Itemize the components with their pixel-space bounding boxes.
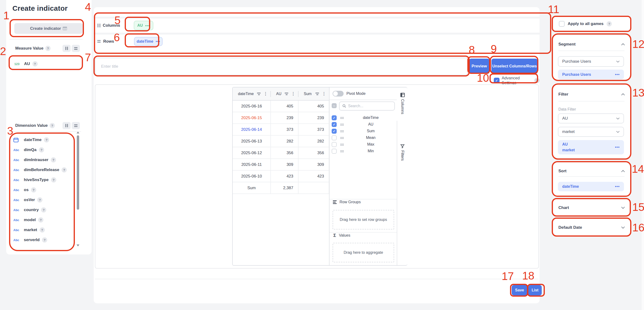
filter-select-market[interactable]: market [558,127,624,137]
tab-filters[interactable]: Filters [397,144,408,161]
segment-select[interactable]: Purchase Users [558,56,624,67]
more-options-icon[interactable]: ••• [615,145,620,149]
dimension-item-model[interactable]: Abc model ? [13,215,44,225]
help-icon[interactable]: ? [50,123,55,128]
indicator-title-input[interactable] [95,58,468,75]
more-options-icon[interactable]: ••• [615,72,620,77]
help-icon[interactable]: ? [44,137,49,142]
grid-header-sum[interactable]: Sum ⋮ [298,87,329,100]
advanced-settings-checkbox[interactable]: ✓ [494,78,500,83]
dimension-item-hiveSnsType[interactable]: Abc hiveSnsType ? [13,175,56,185]
field-label: AU [348,122,394,127]
dimension-column-view-button[interactable] [62,122,70,129]
more-options-icon[interactable]: ••• [145,24,150,27]
help-icon[interactable]: ? [51,157,56,163]
help-icon[interactable]: ? [45,46,50,51]
help-icon[interactable]: ? [606,21,612,26]
field-checkbox[interactable] [332,142,337,147]
save-button[interactable]: Save [512,285,528,296]
dimension-item-dimQa[interactable]: Abc dimQa ? [13,145,44,155]
dimension-item-osVer[interactable]: Abc osVer ? [13,195,42,205]
tab-columns[interactable]: Columns [397,93,408,114]
help-icon[interactable]: ? [37,197,42,203]
column-menu-icon[interactable]: ⋮ [322,91,326,96]
scrollbar-thumb[interactable] [77,135,79,210]
grid-header-datetime[interactable]: dateTime ⋮ [233,87,271,100]
dimension-item-dimBeforeRelease[interactable]: Abc dimBeforeRelease ? [13,165,67,175]
measure-item-au[interactable]: 123 AU ? [14,59,38,69]
scroll-up-icon[interactable] [76,132,80,133]
field-checkbox[interactable] [332,149,337,154]
column-menu-icon[interactable]: ⋮ [264,91,268,96]
unselect-columns-rows-button[interactable]: Unselect Columns/Rows [492,59,538,74]
drag-handle-icon[interactable] [340,130,344,132]
dimension-item-market[interactable]: Abc market ? [13,225,45,235]
columns-chip-au[interactable]: AU ••• [134,21,153,30]
pivot-field-Max[interactable]: Max [330,141,397,148]
dimension-item-serverId[interactable]: Abc serverId ? [13,235,47,245]
select-all-fields-checkbox[interactable]: – [332,103,337,108]
rows-chip-datetime[interactable]: dateTime ••• [134,37,162,46]
pivot-mode-toggle[interactable] [332,91,344,96]
dimension-item-dimIntrauser[interactable]: Abc dimIntrauser ? [13,155,56,165]
field-checkbox[interactable]: ✓ [332,122,337,127]
drag-handle-icon[interactable] [340,143,344,146]
segment-header[interactable]: Segment [558,42,625,47]
filter-icon[interactable] [285,93,288,95]
chart-header[interactable]: Chart [558,205,625,210]
drag-handle-icon[interactable] [340,137,344,139]
default-date-header[interactable]: Default Date [558,225,625,230]
help-icon[interactable]: ? [62,167,67,173]
filter-chip[interactable]: AU market ••• [558,140,624,154]
list-button[interactable]: List [528,285,542,296]
pivot-field-AU[interactable]: ✓AU [330,121,397,128]
pivot-field-Mean[interactable]: Mean [330,134,397,141]
field-search-input[interactable] [348,104,392,108]
filter-icon[interactable] [257,93,260,95]
pivot-field-Min[interactable]: Min [330,148,397,154]
measure-row-view-button[interactable] [72,45,80,52]
more-options-icon[interactable]: ••• [615,184,620,189]
sort-header[interactable]: Sort [558,169,625,173]
filter-icon[interactable] [316,93,319,95]
help-icon[interactable]: ? [42,237,47,243]
help-icon[interactable]: ? [51,177,56,183]
help-icon[interactable]: ? [39,147,44,152]
filter-header[interactable]: Filter [558,92,625,97]
sort-chip[interactable]: dateTime ••• [558,182,624,191]
pivot-field-Sum[interactable]: ✓Sum [330,128,397,134]
help-icon[interactable]: ? [32,61,38,66]
help-icon[interactable]: ? [38,217,44,223]
help-icon[interactable]: ? [40,227,45,233]
apply-all-games-checkbox[interactable] [559,21,564,27]
card-divider [558,176,624,177]
pivot-field-dateTime[interactable]: ✓dateTime [330,114,397,121]
dimension-row-view-button[interactable] [72,122,80,129]
field-checkbox[interactable] [332,135,337,140]
help-icon[interactable]: ? [534,78,540,83]
create-indicator-button[interactable]: Create indicator [14,23,83,34]
filter-select-au[interactable]: AU [558,113,624,123]
segment-chip[interactable]: Purchase Users ••• [558,70,624,79]
measure-column-view-button[interactable] [62,45,70,52]
drag-handle-icon[interactable] [340,123,344,126]
values-drop-zone[interactable]: Drag here to aggregate [332,243,394,262]
more-options-icon[interactable]: ••• [156,39,160,43]
help-icon[interactable]: ? [41,207,46,213]
preview-button[interactable]: Preview [469,59,490,74]
chevron-down-icon [616,131,620,133]
page-scrollbar-gutter[interactable] [642,0,644,310]
cell-sum: 239 [298,112,329,124]
field-checkbox[interactable]: ✓ [332,129,337,134]
dimension-item-dateTime[interactable]: dateTime ? [13,135,49,145]
field-checkbox[interactable]: ✓ [332,115,337,120]
help-icon[interactable]: ? [31,187,36,193]
drag-handle-icon[interactable] [340,150,344,152]
scroll-down-icon[interactable] [76,245,80,246]
drag-handle-icon[interactable] [340,117,344,119]
grid-header-au[interactable]: AU ⋮ [271,87,298,100]
column-menu-icon[interactable]: ⋮ [291,91,295,96]
dimension-item-country[interactable]: Abc country ? [13,205,46,215]
dimension-item-os[interactable]: Abc os ? [13,185,36,195]
row-groups-drop-zone[interactable]: Drag here to set row groups [332,210,394,230]
